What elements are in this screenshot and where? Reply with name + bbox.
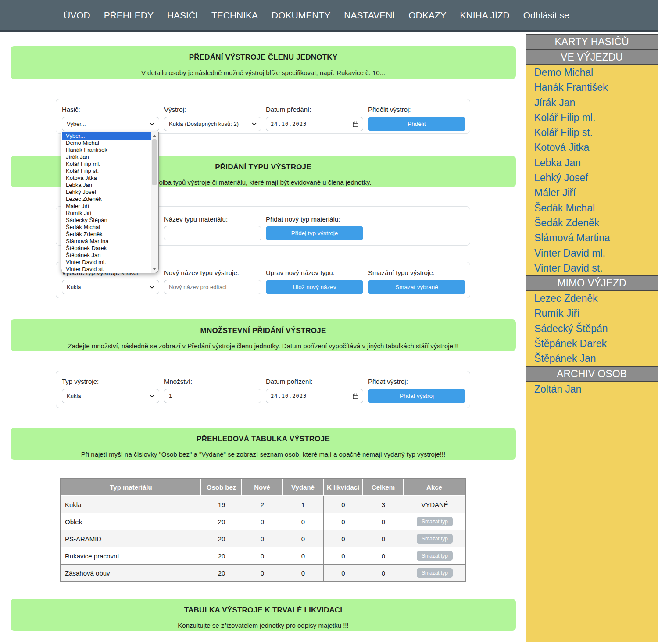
dropdown-option[interactable]: Vyber...: [62, 132, 151, 140]
nav-item[interactable]: Odhlásit se: [523, 10, 569, 21]
cell-vydane[interactable]: 1: [283, 496, 324, 513]
predani-vystroje-link[interactable]: Předání výstroje členu jednotky: [187, 342, 278, 350]
datum-porizeni-input[interactable]: 24.10.2023: [266, 389, 363, 403]
sidebar-person-link[interactable]: Slámová Martina: [526, 230, 658, 245]
nav-item[interactable]: TECHNIKA: [211, 10, 258, 21]
cell-vydane[interactable]: 0: [283, 547, 324, 564]
dropdown-option[interactable]: Kotová Jitka: [62, 175, 151, 182]
cell-nove: 0: [242, 530, 283, 547]
typ-vystroje-select[interactable]: Kukla: [62, 280, 159, 294]
banner-subtitle: Konzultujte se zřizovatelem jednotky pro…: [11, 615, 516, 629]
hasic-label: Hasič:: [62, 106, 80, 113]
dropdown-option[interactable]: Slámová Martina: [62, 238, 151, 245]
sidebar-person-link[interactable]: Zoltán Jan: [526, 382, 658, 397]
nazev-typu-input[interactable]: [164, 226, 261, 240]
dropdown-option[interactable]: Šedák Michal: [62, 224, 151, 231]
datum-predani-input[interactable]: 24.10.2023: [266, 117, 363, 131]
sidebar-person-link[interactable]: Sádecký Štěpán: [526, 321, 658, 336]
nav-item[interactable]: PŘEHLEDY: [104, 10, 154, 21]
form-column: Uprav nový název typu: Ulož nový název: [266, 262, 363, 298]
cell-k-likvidaci: 0: [324, 496, 363, 513]
table-header-cell: Akce: [404, 479, 465, 495]
scroll-up-arrow-icon[interactable]: [153, 135, 156, 137]
pridat-vystroj-button[interactable]: Přidat výstroj: [368, 389, 465, 403]
cell-celkem: 0: [363, 513, 404, 530]
dropdown-option[interactable]: Kolář Filip st.: [62, 168, 151, 175]
nav-item[interactable]: KNIHA JÍZD: [460, 10, 510, 21]
dropdown-option[interactable]: Vinter David st.: [62, 266, 151, 272]
cell-osob-bez[interactable]: 20: [201, 565, 242, 581]
dropdown-scrollbar[interactable]: [151, 132, 158, 273]
row-action[interactable]: Smazat typ: [417, 517, 453, 526]
pridelit-button[interactable]: Přidělit: [368, 117, 465, 131]
nav-item[interactable]: HASIČI: [167, 10, 198, 21]
nav-item[interactable]: DOKUMENTY: [272, 10, 330, 21]
cell-nove: 0: [242, 547, 283, 564]
sidebar-person-link[interactable]: Vinter David st.: [526, 261, 658, 275]
row-action[interactable]: Smazat typ: [417, 534, 453, 544]
cell-akce: Smazat typ: [404, 530, 465, 547]
cell-vydane[interactable]: 0: [283, 530, 324, 547]
mnozstvi-input[interactable]: [164, 389, 261, 403]
dropdown-option[interactable]: Lebka Jan: [62, 182, 151, 189]
dropdown-option[interactable]: Máler Jiří: [62, 203, 151, 210]
dropdown-option[interactable]: Lehký Josef: [62, 189, 151, 196]
dropdown-option[interactable]: Šedák Zdeněk: [62, 231, 151, 238]
cell-osob-bez[interactable]: 19: [201, 496, 242, 513]
hasic-select[interactable]: Vyber...: [62, 117, 159, 131]
dropdown-option[interactable]: Rumík Jiří: [62, 210, 151, 217]
dropdown-option[interactable]: Štěpánek Jan: [62, 252, 151, 259]
table-row: Rukavice pracovní 20 0 0 0 0 Smazat typ: [61, 547, 465, 564]
cell-vydane[interactable]: 0: [283, 513, 324, 530]
calendar-icon[interactable]: [353, 121, 358, 127]
sidebar-person-link[interactable]: Kolář Filip ml.: [526, 110, 658, 125]
cell-osob-bez[interactable]: 20: [201, 547, 242, 564]
sidebar-person-link[interactable]: Máler Jiří: [526, 185, 658, 200]
dropdown-option[interactable]: Lezec Zdeněk: [62, 196, 151, 203]
typ-vystroje-select-value: Kukla: [67, 393, 81, 399]
scrollbar-thumb[interactable]: [152, 139, 157, 185]
sidebar-person-link[interactable]: Lezec Zdeněk: [526, 291, 658, 306]
nav-item[interactable]: NASTAVENÍ: [344, 10, 395, 21]
calendar-icon[interactable]: [353, 393, 358, 399]
dropdown-option[interactable]: Vinter David ml.: [62, 259, 151, 266]
sidebar-person-link[interactable]: Demo Michal: [526, 65, 658, 80]
sidebar-person-link[interactable]: Šedák Zdeněk: [526, 215, 658, 230]
sidebar-person-link[interactable]: Jírák Jan: [526, 95, 658, 110]
pridej-typ-vystroje-button[interactable]: Přidej typ výstroje: [266, 226, 363, 240]
dropdown-option[interactable]: Hanák František: [62, 147, 151, 154]
sidebar-person-link[interactable]: Šedák Michal: [526, 200, 658, 215]
cell-osob-bez[interactable]: 20: [201, 530, 242, 547]
uloz-novy-nazev-button[interactable]: Ulož nový název: [266, 280, 363, 294]
dropdown-option[interactable]: Kolář Filip ml.: [62, 161, 151, 168]
dropdown-option[interactable]: Demo Michal: [62, 140, 151, 147]
typ-vystroje-select[interactable]: Kukla: [62, 389, 159, 403]
sidebar-person-link[interactable]: Rumík Jiří: [526, 306, 658, 321]
dropdown-option[interactable]: Štěpánek Darek: [62, 245, 151, 252]
chevron-down-icon: [150, 122, 154, 126]
sidebar-person-link[interactable]: Kotová Jitka: [526, 140, 658, 155]
row-action[interactable]: Smazat typ: [417, 568, 453, 578]
dropdown-option[interactable]: Jírák Jan: [62, 154, 151, 161]
sidebar-person-link[interactable]: Štěpánek Darek: [526, 336, 658, 351]
row-action[interactable]: Smazat typ: [417, 551, 453, 561]
nav-item[interactable]: ODKAZY: [408, 10, 446, 21]
scroll-down-arrow-icon[interactable]: [153, 268, 156, 270]
row-action[interactable]: VYDANÉ: [421, 501, 448, 508]
dropdown-option[interactable]: Sádecký Štěpán: [62, 217, 151, 224]
sidebar-person-link[interactable]: Hanák František: [526, 80, 658, 95]
sidebar-person-link[interactable]: Lehký Josef: [526, 170, 658, 185]
smazat-vybrane-button[interactable]: Smazat vybrané: [368, 280, 465, 294]
vystroj-select[interactable]: Kukla (Dostupných kusů: 2): [164, 117, 261, 131]
sidebar-person-link[interactable]: Lebka Jan: [526, 155, 658, 170]
sidebar-person-link[interactable]: Vinter David ml.: [526, 246, 658, 261]
cell-osob-bez[interactable]: 20: [201, 513, 242, 530]
sidebar-section-header-mimo-vyjezd: MIMO VÝJEZD: [526, 275, 658, 291]
nav-item[interactable]: ÚVOD: [64, 10, 90, 21]
table-row: Zásahová obuv 20 0 0 0 0 Smazat typ: [61, 564, 465, 581]
sidebar-person-link[interactable]: Kolář Filip st.: [526, 125, 658, 140]
sidebar-person-link[interactable]: Štěpánek Jan: [526, 351, 658, 366]
novy-nazev-input[interactable]: [164, 280, 261, 294]
cell-vydane[interactable]: 0: [283, 565, 324, 581]
form-column: Datum pořízení: 24.10.2023: [266, 371, 363, 408]
